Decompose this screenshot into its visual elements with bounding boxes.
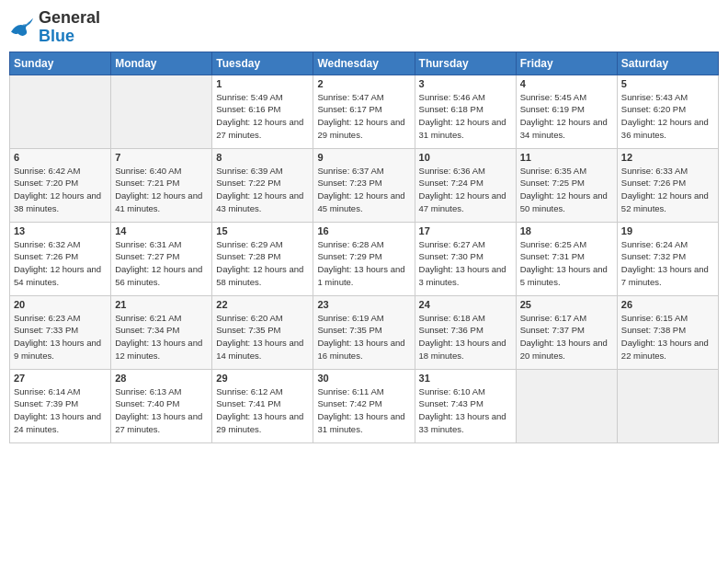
day-header-saturday: Saturday [617,52,718,75]
calendar-header-row: SundayMondayTuesdayWednesdayThursdayFrid… [10,52,719,75]
calendar-week-row: 13Sunrise: 6:32 AMSunset: 7:26 PMDayligh… [10,222,719,295]
day-info: Sunrise: 6:19 AMSunset: 7:35 PMDaylight:… [317,312,410,362]
day-info: Sunrise: 6:11 AMSunset: 7:42 PMDaylight:… [317,385,410,436]
day-info: Sunrise: 6:24 AMSunset: 7:32 PMDaylight:… [621,238,714,289]
day-number: 24 [419,299,512,310]
day-header-thursday: Thursday [415,52,516,75]
calendar-cell: 29Sunrise: 6:12 AMSunset: 7:41 PMDayligh… [212,369,313,442]
calendar-cell: 30Sunrise: 6:11 AMSunset: 7:42 PMDayligh… [313,369,415,442]
day-header-monday: Monday [111,52,212,75]
day-info: Sunrise: 6:39 AMSunset: 7:22 PMDaylight:… [216,165,309,215]
day-number: 22 [216,299,309,310]
calendar-cell: 14Sunrise: 6:31 AMSunset: 7:27 PMDayligh… [111,222,212,295]
calendar-cell: 28Sunrise: 6:13 AMSunset: 7:40 PMDayligh… [111,369,212,442]
day-info: Sunrise: 6:21 AMSunset: 7:34 PMDaylight:… [115,312,208,362]
day-number: 13 [14,225,107,236]
calendar-cell: 15Sunrise: 6:29 AMSunset: 7:28 PMDayligh… [212,222,313,295]
day-info: Sunrise: 6:35 AMSunset: 7:25 PMDaylight:… [520,165,613,215]
day-number: 4 [520,78,613,89]
calendar-cell [516,369,617,442]
logo: General Blue [9,9,100,46]
calendar-cell [111,75,212,148]
day-number: 26 [621,299,714,310]
day-header-friday: Friday [516,52,617,75]
day-number: 7 [115,152,208,163]
calendar-cell: 22Sunrise: 6:20 AMSunset: 7:35 PMDayligh… [212,295,313,369]
day-info: Sunrise: 6:29 AMSunset: 7:28 PMDaylight:… [216,238,309,289]
calendar-cell: 2Sunrise: 5:47 AMSunset: 6:17 PMDaylight… [313,75,415,148]
calendar-cell: 25Sunrise: 6:17 AMSunset: 7:37 PMDayligh… [516,295,617,369]
day-info: Sunrise: 6:31 AMSunset: 7:27 PMDaylight:… [115,238,208,289]
day-info: Sunrise: 5:46 AMSunset: 6:18 PMDaylight:… [419,91,512,142]
day-number: 12 [621,152,714,163]
day-info: Sunrise: 6:36 AMSunset: 7:24 PMDaylight:… [419,165,512,215]
calendar-cell: 12Sunrise: 6:33 AMSunset: 7:26 PMDayligh… [617,148,718,222]
day-info: Sunrise: 6:32 AMSunset: 7:26 PMDaylight:… [14,238,107,289]
day-number: 9 [317,152,410,163]
day-info: Sunrise: 5:49 AMSunset: 6:16 PMDaylight:… [216,91,309,142]
day-info: Sunrise: 6:37 AMSunset: 7:23 PMDaylight:… [317,165,410,215]
calendar-cell: 10Sunrise: 6:36 AMSunset: 7:24 PMDayligh… [415,148,516,222]
day-number: 23 [317,299,410,310]
day-number: 17 [419,225,512,236]
day-info: Sunrise: 5:47 AMSunset: 6:17 PMDaylight:… [317,91,410,142]
calendar-week-row: 1Sunrise: 5:49 AMSunset: 6:16 PMDaylight… [10,75,719,148]
day-number: 18 [520,225,613,236]
day-number: 8 [216,152,309,163]
day-info: Sunrise: 6:13 AMSunset: 7:40 PMDaylight:… [115,385,208,436]
day-info: Sunrise: 5:45 AMSunset: 6:19 PMDaylight:… [520,91,613,142]
calendar-cell: 20Sunrise: 6:23 AMSunset: 7:33 PMDayligh… [10,295,111,369]
day-number: 19 [621,225,714,236]
calendar-cell: 18Sunrise: 6:25 AMSunset: 7:31 PMDayligh… [516,222,617,295]
calendar-cell: 24Sunrise: 6:18 AMSunset: 7:36 PMDayligh… [415,295,516,369]
calendar-cell: 6Sunrise: 6:42 AMSunset: 7:20 PMDaylight… [10,148,111,222]
day-info: Sunrise: 6:28 AMSunset: 7:29 PMDaylight:… [317,238,410,289]
calendar-cell: 5Sunrise: 5:43 AMSunset: 6:20 PMDaylight… [617,75,718,148]
day-number: 14 [115,225,208,236]
day-number: 5 [621,78,714,89]
calendar-cell: 7Sunrise: 6:40 AMSunset: 7:21 PMDaylight… [111,148,212,222]
day-info: Sunrise: 6:15 AMSunset: 7:38 PMDaylight:… [621,312,714,362]
day-number: 27 [14,373,107,384]
calendar-cell: 8Sunrise: 6:39 AMSunset: 7:22 PMDaylight… [212,148,313,222]
day-info: Sunrise: 6:14 AMSunset: 7:39 PMDaylight:… [14,385,107,436]
day-number: 20 [14,299,107,310]
calendar-cell: 17Sunrise: 6:27 AMSunset: 7:30 PMDayligh… [415,222,516,295]
day-number: 1 [216,78,309,89]
day-info: Sunrise: 6:17 AMSunset: 7:37 PMDaylight:… [520,312,613,362]
calendar-cell [10,75,111,148]
day-header-tuesday: Tuesday [212,52,313,75]
logo-text: General Blue [39,9,100,46]
calendar-cell: 27Sunrise: 6:14 AMSunset: 7:39 PMDayligh… [10,369,111,442]
day-info: Sunrise: 6:40 AMSunset: 7:21 PMDaylight:… [115,165,208,215]
day-number: 21 [115,299,208,310]
calendar-cell: 4Sunrise: 5:45 AMSunset: 6:19 PMDaylight… [516,75,617,148]
calendar-week-row: 20Sunrise: 6:23 AMSunset: 7:33 PMDayligh… [10,295,719,369]
day-number: 25 [520,299,613,310]
day-info: Sunrise: 6:23 AMSunset: 7:33 PMDaylight:… [14,312,107,362]
day-number: 3 [419,78,512,89]
day-info: Sunrise: 6:18 AMSunset: 7:36 PMDaylight:… [419,312,512,362]
day-info: Sunrise: 6:27 AMSunset: 7:30 PMDaylight:… [419,238,512,289]
day-number: 11 [520,152,613,163]
day-number: 6 [14,152,107,163]
calendar-cell: 13Sunrise: 6:32 AMSunset: 7:26 PMDayligh… [10,222,111,295]
day-number: 28 [115,373,208,384]
day-info: Sunrise: 6:42 AMSunset: 7:20 PMDaylight:… [14,165,107,215]
day-info: Sunrise: 6:25 AMSunset: 7:31 PMDaylight:… [520,238,613,289]
calendar-cell: 19Sunrise: 6:24 AMSunset: 7:32 PMDayligh… [617,222,718,295]
calendar-cell: 11Sunrise: 6:35 AMSunset: 7:25 PMDayligh… [516,148,617,222]
day-info: Sunrise: 6:12 AMSunset: 7:41 PMDaylight:… [216,385,309,436]
day-number: 29 [216,373,309,384]
day-number: 30 [317,373,410,384]
calendar-cell: 1Sunrise: 5:49 AMSunset: 6:16 PMDaylight… [212,75,313,148]
day-number: 16 [317,225,410,236]
calendar-cell: 9Sunrise: 6:37 AMSunset: 7:23 PMDaylight… [313,148,415,222]
calendar-table: SundayMondayTuesdayWednesdayThursdayFrid… [9,52,719,443]
day-header-sunday: Sunday [10,52,111,75]
calendar-cell [617,369,718,442]
day-number: 15 [216,225,309,236]
day-info: Sunrise: 6:20 AMSunset: 7:35 PMDaylight:… [216,312,309,362]
calendar-cell: 21Sunrise: 6:21 AMSunset: 7:34 PMDayligh… [111,295,212,369]
calendar-cell: 26Sunrise: 6:15 AMSunset: 7:38 PMDayligh… [617,295,718,369]
